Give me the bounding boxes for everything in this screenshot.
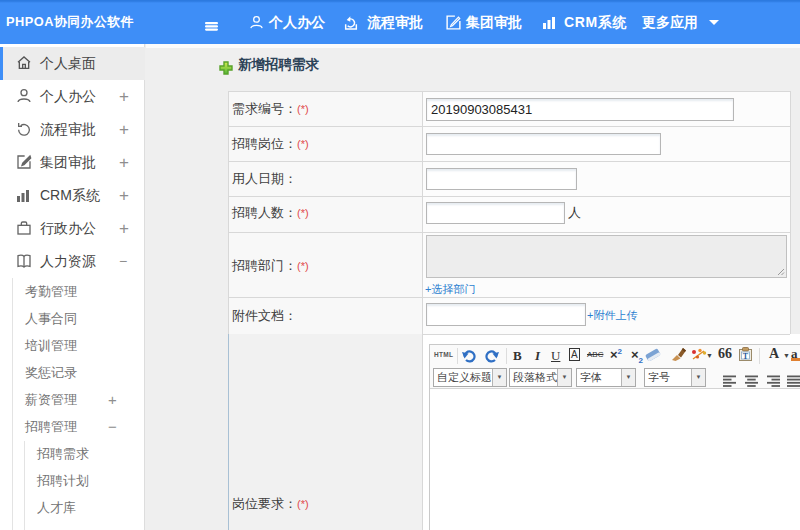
svg-text:T: T xyxy=(743,352,749,361)
